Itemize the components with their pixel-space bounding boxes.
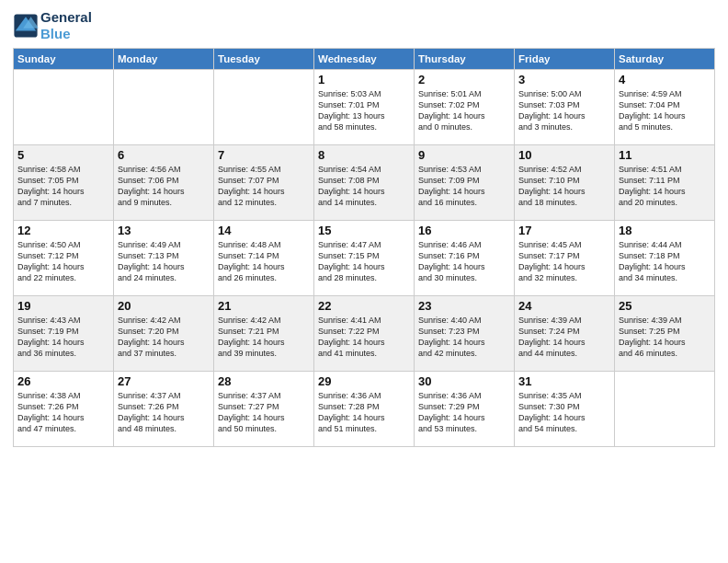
cell-info: Sunrise: 4:58 AMSunset: 7:05 PMDaylight:… (17, 164, 109, 209)
day-number: 30 (418, 374, 510, 388)
cell-line: Sunset: 7:24 PM (518, 327, 580, 336)
cell-line: Daylight: 14 hours (318, 338, 385, 347)
calendar-cell: 3Sunrise: 5:00 AMSunset: 7:03 PMDaylight… (515, 70, 615, 145)
calendar-cell: 24Sunrise: 4:39 AMSunset: 7:24 PMDayligh… (515, 296, 615, 372)
cell-line: Sunset: 7:07 PM (218, 176, 279, 185)
cell-line: Sunset: 7:28 PM (318, 402, 380, 411)
cell-line: Sunset: 7:20 PM (118, 327, 179, 336)
cell-line: Sunset: 7:02 PM (418, 100, 480, 109)
cell-line: Sunset: 7:03 PM (518, 100, 580, 109)
day-number: 20 (118, 299, 210, 313)
cell-line: Sunrise: 5:01 AM (418, 89, 482, 98)
day-number: 31 (518, 374, 610, 388)
cell-line: Sunrise: 4:43 AM (17, 316, 81, 325)
cell-line: Daylight: 14 hours (619, 338, 686, 347)
day-number: 10 (518, 148, 610, 162)
cell-line: Sunset: 7:22 PM (318, 327, 380, 336)
cell-info: Sunrise: 4:39 AMSunset: 7:25 PMDaylight:… (619, 315, 711, 360)
cell-info: Sunrise: 4:45 AMSunset: 7:17 PMDaylight:… (518, 239, 610, 284)
calendar-cell: 20Sunrise: 4:42 AMSunset: 7:20 PMDayligh… (114, 296, 214, 372)
calendar-cell: 4Sunrise: 4:59 AMSunset: 7:04 PMDaylight… (615, 70, 715, 145)
cell-line: Sunrise: 4:37 AM (218, 391, 281, 400)
cell-line: and 14 minutes. (318, 198, 377, 207)
cell-line: and 42 minutes. (418, 349, 477, 358)
logo: General Blue (13, 9, 92, 42)
cell-line: Daylight: 14 hours (17, 338, 85, 347)
cell-line: and 0 minutes. (418, 122, 472, 132)
day-number: 18 (619, 224, 711, 237)
cell-line: and 51 minutes. (318, 424, 377, 433)
calendar-cell: 2Sunrise: 5:01 AMSunset: 7:02 PMDaylight… (415, 70, 515, 145)
day-number: 14 (218, 224, 310, 237)
cell-line: Daylight: 14 hours (418, 111, 485, 121)
cell-line: Daylight: 14 hours (418, 262, 485, 271)
calendar-cell: 21Sunrise: 4:42 AMSunset: 7:21 PMDayligh… (214, 296, 314, 372)
cell-line: Sunrise: 4:56 AM (118, 165, 181, 174)
calendar-cell: 10Sunrise: 4:52 AMSunset: 7:10 PMDayligh… (515, 145, 615, 221)
cell-line: Sunrise: 4:37 AM (118, 391, 181, 400)
cell-line: Sunset: 7:06 PM (118, 176, 179, 185)
cell-line: Daylight: 14 hours (118, 413, 185, 422)
day-number: 22 (318, 299, 410, 313)
cell-line: Sunrise: 4:35 AM (518, 391, 582, 400)
cell-line: and 50 minutes. (218, 424, 277, 433)
cell-line: Sunset: 7:11 PM (619, 176, 680, 185)
cell-line: Daylight: 14 hours (518, 187, 586, 196)
cell-info: Sunrise: 4:44 AMSunset: 7:18 PMDaylight:… (619, 239, 711, 284)
cell-info: Sunrise: 4:41 AMSunset: 7:22 PMDaylight:… (318, 315, 410, 360)
calendar-cell (214, 70, 314, 145)
cell-line: Daylight: 14 hours (518, 262, 586, 271)
cell-line: Sunset: 7:04 PM (619, 100, 680, 109)
cell-info: Sunrise: 4:46 AMSunset: 7:16 PMDaylight:… (418, 239, 510, 284)
calendar-cell: 14Sunrise: 4:48 AMSunset: 7:14 PMDayligh… (214, 221, 314, 296)
cell-line: Sunrise: 4:45 AM (518, 240, 582, 249)
cell-line: Sunrise: 4:36 AM (318, 391, 381, 400)
cell-line: and 24 minutes. (118, 273, 176, 282)
calendar-cell: 28Sunrise: 4:37 AMSunset: 7:27 PMDayligh… (214, 372, 314, 447)
cell-line: and 7 minutes. (17, 198, 72, 207)
cell-line: Sunset: 7:15 PM (318, 251, 380, 260)
calendar-cell: 17Sunrise: 4:45 AMSunset: 7:17 PMDayligh… (515, 221, 615, 296)
cell-line: and 9 minutes. (118, 198, 172, 207)
day-number: 24 (518, 299, 610, 313)
cell-info: Sunrise: 4:35 AMSunset: 7:30 PMDaylight:… (518, 390, 610, 435)
cell-line: Sunset: 7:12 PM (17, 251, 79, 260)
cell-line: and 16 minutes. (418, 198, 477, 207)
cell-line: Sunrise: 4:44 AM (619, 240, 682, 249)
cell-line: and 37 minutes. (118, 349, 176, 358)
cell-line: Daylight: 14 hours (418, 187, 485, 196)
cell-line: and 18 minutes. (518, 198, 577, 207)
calendar-cell: 27Sunrise: 4:37 AMSunset: 7:26 PMDayligh… (114, 372, 214, 447)
header: General Blue (13, 9, 715, 42)
day-number: 21 (218, 299, 310, 313)
day-number: 2 (418, 73, 510, 86)
cell-info: Sunrise: 4:50 AMSunset: 7:12 PMDaylight:… (17, 239, 109, 284)
calendar-cell: 16Sunrise: 4:46 AMSunset: 7:16 PMDayligh… (415, 221, 515, 296)
cell-line: Sunrise: 4:38 AM (17, 391, 81, 400)
day-number: 9 (418, 148, 510, 162)
cell-line: and 36 minutes. (17, 349, 76, 358)
calendar-cell: 29Sunrise: 4:36 AMSunset: 7:28 PMDayligh… (314, 372, 415, 447)
cell-line: Sunset: 7:23 PM (418, 327, 480, 336)
cell-info: Sunrise: 4:51 AMSunset: 7:11 PMDaylight:… (619, 164, 711, 209)
cell-line: Sunrise: 4:51 AM (619, 165, 682, 174)
cell-line: Sunset: 7:16 PM (418, 251, 480, 260)
day-number: 5 (17, 148, 109, 162)
calendar-cell: 13Sunrise: 4:49 AMSunset: 7:13 PMDayligh… (114, 221, 214, 296)
cell-line: Sunrise: 4:39 AM (518, 316, 582, 325)
cell-line: Daylight: 14 hours (17, 187, 85, 196)
cell-info: Sunrise: 4:42 AMSunset: 7:21 PMDaylight:… (218, 315, 310, 360)
day-number: 13 (118, 224, 210, 237)
cell-info: Sunrise: 4:59 AMSunset: 7:04 PMDaylight:… (619, 88, 711, 133)
cell-line: Sunset: 7:09 PM (418, 176, 480, 185)
cell-line: Daylight: 14 hours (17, 262, 85, 271)
cell-line: Daylight: 14 hours (318, 413, 385, 422)
calendar-cell: 5Sunrise: 4:58 AMSunset: 7:05 PMDaylight… (14, 145, 114, 221)
cell-line: and 34 minutes. (619, 273, 677, 282)
weekday-header: Friday (515, 49, 615, 70)
cell-info: Sunrise: 4:38 AMSunset: 7:26 PMDaylight:… (17, 390, 109, 435)
cell-line: Sunset: 7:26 PM (118, 402, 179, 411)
cell-line: and 32 minutes. (518, 273, 577, 282)
calendar-cell: 6Sunrise: 4:56 AMSunset: 7:06 PMDaylight… (114, 145, 214, 221)
cell-line: Sunrise: 4:42 AM (118, 316, 181, 325)
